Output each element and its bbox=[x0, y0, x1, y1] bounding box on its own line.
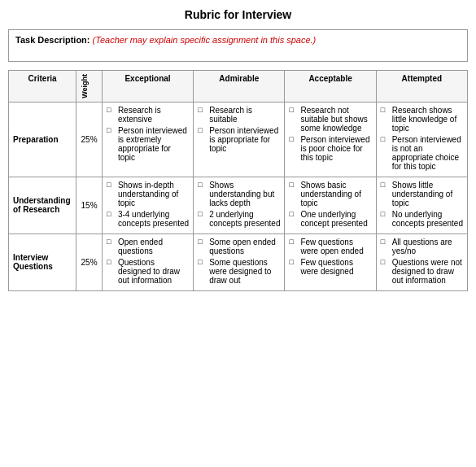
page-title: Rubric for Interview bbox=[8, 8, 468, 21]
list-item: Shows understanding but lacks depth bbox=[198, 181, 280, 207]
task-description-box: Task Description: (Teacher may explain s… bbox=[8, 29, 468, 62]
list-item: Shows in-depth understanding of topic bbox=[107, 181, 189, 207]
list-item: Research shows little knowledge of topic bbox=[381, 106, 463, 133]
exceptional-cell: Open ended questionsQuestions designed t… bbox=[102, 234, 193, 290]
criteria-cell: Preparation bbox=[9, 102, 76, 177]
list-item: Person interviewed is extremely appropri… bbox=[107, 126, 189, 162]
attempted-cell: Shows little understanding of topicNo un… bbox=[376, 177, 467, 234]
list-item: Person interviewed is appropriate for to… bbox=[198, 126, 280, 153]
list-item: 3-4 underlying concepts presented bbox=[107, 210, 189, 228]
weight-cell: 15% bbox=[76, 177, 103, 234]
list-item: Some open ended questions bbox=[198, 238, 280, 255]
list-item: Few questions were designed bbox=[289, 258, 371, 276]
list-item: Research is extensive bbox=[107, 106, 189, 124]
list-item: 2 underlying concepts presented bbox=[198, 210, 280, 228]
list-item: Questions designed to draw out informati… bbox=[107, 258, 189, 285]
list-item: One underlying concept presented bbox=[289, 210, 371, 228]
list-item: All questions are yes/no bbox=[381, 238, 463, 255]
criteria-cell: Interview Questions bbox=[9, 234, 76, 290]
criteria-cell: Understanding of Research bbox=[9, 177, 76, 234]
header-attempted: Attempted bbox=[376, 71, 467, 103]
list-item: Research not suitable but shows some kno… bbox=[289, 106, 371, 133]
list-item: Few questions were open ended bbox=[289, 238, 371, 255]
acceptable-cell: Shows basic understanding of topicOne un… bbox=[285, 177, 376, 234]
rubric-table: Criteria Weight Exceptional Admirable Ac… bbox=[8, 70, 468, 291]
table-row: Preparation25%Research is extensivePerso… bbox=[9, 102, 468, 177]
exceptional-cell: Shows in-depth understanding of topic3-4… bbox=[102, 177, 193, 234]
task-label: Task Description: bbox=[15, 35, 90, 45]
admirable-cell: Research is suitablePerson interviewed i… bbox=[194, 102, 285, 177]
table-row: Interview Questions25%Open ended questio… bbox=[9, 234, 468, 290]
admirable-cell: Shows understanding but lacks depth2 und… bbox=[194, 177, 285, 234]
list-item: Person interviewed is not an appropriate… bbox=[381, 135, 463, 171]
list-item: Shows basic understanding of topic bbox=[289, 181, 371, 207]
admirable-cell: Some open ended questionsSome questions … bbox=[194, 234, 285, 290]
header-exceptional: Exceptional bbox=[102, 71, 193, 103]
header-criteria: Criteria bbox=[9, 71, 76, 103]
list-item: Shows little understanding of topic bbox=[381, 181, 463, 207]
header-weight: Weight bbox=[76, 71, 103, 103]
header-admirable: Admirable bbox=[194, 71, 285, 103]
exceptional-cell: Research is extensivePerson interviewed … bbox=[102, 102, 193, 177]
list-item: Open ended questions bbox=[107, 238, 189, 255]
list-item: Person interviewed is poor choice for th… bbox=[289, 135, 371, 162]
attempted-cell: Research shows little knowledge of topic… bbox=[376, 102, 467, 177]
weight-cell: 25% bbox=[76, 102, 103, 177]
list-item: No underlying concepts presented bbox=[381, 210, 463, 228]
list-item: Some questions were designed to draw out bbox=[198, 258, 280, 285]
list-item: Questions were not designed to draw out … bbox=[381, 258, 463, 285]
attempted-cell: All questions are yes/noQuestions were n… bbox=[376, 234, 467, 290]
list-item: Research is suitable bbox=[198, 106, 280, 124]
weight-cell: 25% bbox=[76, 234, 103, 290]
header-acceptable: Acceptable bbox=[285, 71, 376, 103]
acceptable-cell: Few questions were open endedFew questio… bbox=[285, 234, 376, 290]
table-row: Understanding of Research15%Shows in-dep… bbox=[9, 177, 468, 234]
task-value: (Teacher may explain specific assignment… bbox=[93, 35, 317, 45]
acceptable-cell: Research not suitable but shows some kno… bbox=[285, 102, 376, 177]
